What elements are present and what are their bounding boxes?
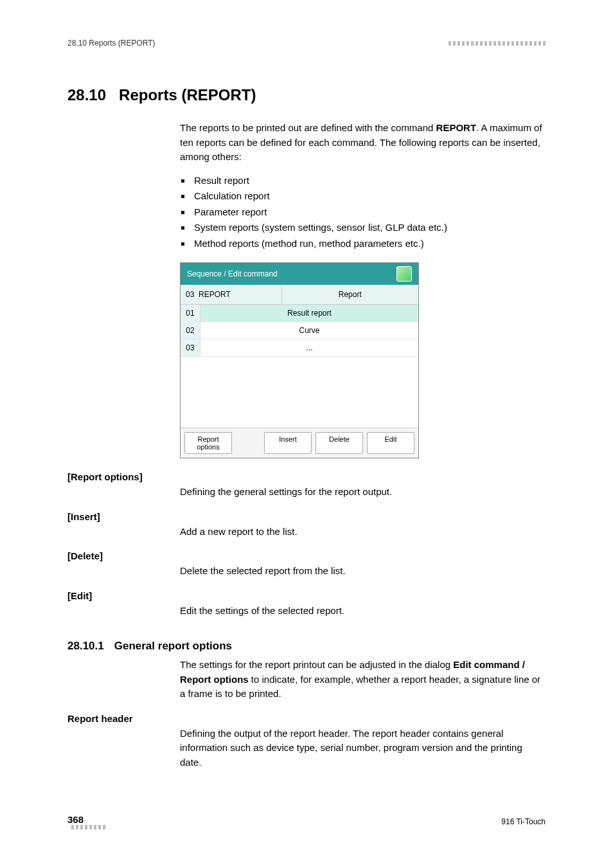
dialog-row-value: ... [200, 339, 418, 356]
subsection-heading: 28.10.1General report options [67, 640, 546, 653]
definition-term: [Insert] [67, 511, 546, 522]
edit-button[interactable]: Edit [367, 432, 414, 454]
definition-item: [Report options] Defining the general se… [67, 471, 546, 500]
report-types-list: Result report Calculation report Paramet… [180, 174, 546, 251]
dialog-row-value: Curve [200, 322, 418, 339]
dialog-row-index: 01 [181, 305, 200, 321]
definition-body: Add a new report to the list. [180, 525, 546, 539]
footer-left: 368 [67, 814, 105, 829]
definition-item: [Edit] Edit the settings of the selected… [67, 590, 546, 619]
definition-body: Defining the output of the report header… [180, 727, 546, 770]
intro-pre: The reports to be printed out are define… [180, 122, 436, 133]
dialog-row-index: 03 [181, 339, 200, 356]
page-footer: 368 916 Ti-Touch [67, 814, 546, 829]
delete-button[interactable]: Delete [315, 432, 363, 454]
section-heading: 28.10Reports (REPORT) [67, 86, 546, 104]
definition-term: [Report options] [67, 471, 546, 482]
dialog-row-value: Result report [200, 305, 418, 321]
definition-term: [Edit] [67, 590, 546, 601]
footer-decor [71, 825, 105, 829]
list-item: Calculation report [180, 189, 546, 204]
dialog-sub-cmd: REPORT [199, 290, 231, 299]
definition-item: [Insert] Add a new report to the list. [67, 511, 546, 539]
definition-term: Report header [67, 713, 546, 724]
dialog-row[interactable]: 03 ... [181, 339, 418, 357]
definition-body: Delete the selected report from the list… [180, 564, 546, 579]
list-item: System reports (system settings, sensor … [180, 221, 546, 235]
dialog-row[interactable]: 01 Result report [181, 305, 418, 322]
report-options-button[interactable]: Report options [184, 432, 232, 454]
definition-body: Defining the general settings for the re… [180, 485, 546, 500]
subsection-body: The settings for the report printout can… [180, 658, 546, 701]
definition-item: [Delete] Delete the selected report from… [67, 550, 546, 579]
dialog-button-bar: Report options Insert Delete Edit [181, 428, 418, 458]
definition-term: [Delete] [67, 550, 546, 561]
dialog-sequence-edit-command: Sequence / Edit command 03 REPORT Report… [180, 262, 419, 458]
subheading-title: General report options [114, 640, 232, 652]
page-header: 28.10 Reports (REPORT) [67, 39, 546, 48]
dialog-title: Sequence / Edit command [187, 268, 278, 280]
subheading-number: 28.10.1 [67, 640, 104, 653]
dialog-row[interactable]: 02 Curve [181, 322, 418, 339]
header-breadcrumb: 28.10 Reports (REPORT) [67, 39, 155, 48]
heading-number: 28.10 [67, 86, 106, 104]
section-pre: The settings for the report printout can… [180, 659, 453, 670]
page-number: 368 [67, 814, 84, 825]
footer-product: 916 Ti-Touch [501, 817, 546, 826]
header-decor [449, 41, 546, 46]
list-item: Method reports (method run, method param… [180, 237, 546, 251]
dialog-sub-num: 03 [186, 290, 194, 299]
dialog-title-bar: Sequence / Edit command [181, 263, 418, 285]
dialog-sub-right: Report [282, 285, 418, 304]
heading-title: Reports (REPORT) [119, 86, 256, 104]
insert-button[interactable]: Insert [264, 432, 312, 454]
list-item: Parameter report [180, 205, 546, 220]
definition-item: Report header Defining the output of the… [67, 713, 546, 770]
intro-block: The reports to be printed out are define… [180, 121, 546, 458]
list-item: Result report [180, 174, 546, 188]
dialog-subheader: 03 REPORT Report [181, 285, 418, 305]
dialog-row-index: 02 [181, 322, 200, 339]
dialog-sub-left: 03 REPORT [181, 285, 282, 304]
dialog-list: 01 Result report 02 Curve 03 ... [181, 305, 418, 428]
intro-command: REPORT [436, 122, 477, 133]
definition-body: Edit the settings of the selected report… [180, 604, 546, 619]
dialog-logo-icon [396, 266, 412, 282]
